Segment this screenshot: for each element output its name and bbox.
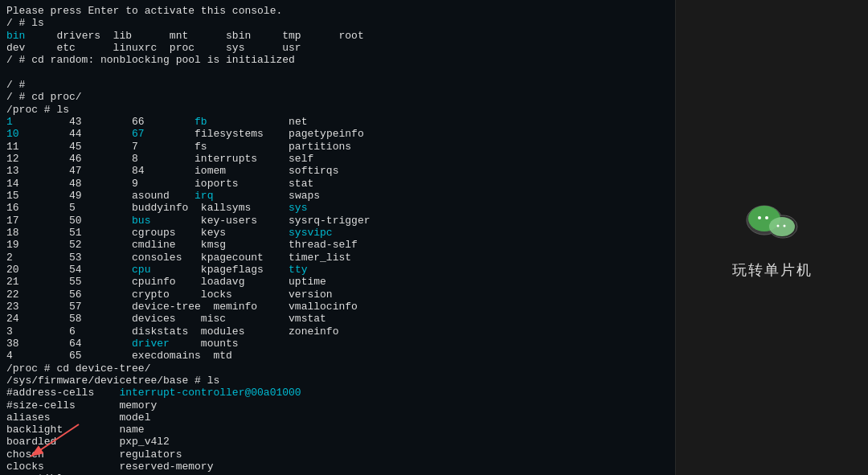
line-24: 24 58 devices misc vmstat: [6, 313, 669, 325]
line-3: 3 6 diskstats modules zoneinfo: [6, 326, 669, 338]
wechat-label: 玩转单片机: [732, 260, 813, 280]
line-16: 16 5 buddyinfo kallsyms sys: [6, 202, 669, 214]
line-4: 4 65 execdomains mtd: [6, 350, 669, 362]
line-cd-dt: /proc # cd device-tree/: [6, 362, 669, 375]
line-dev: dev etc linuxrc proc sys usr: [6, 42, 669, 54]
wechat-panel: 玩转单片机: [675, 0, 868, 475]
line-18: 18 51 cgroups keys sysvipc: [6, 227, 669, 239]
line-10: 10 44 67 filesystems pagetypeinfo: [6, 128, 669, 140]
svg-point-5: [769, 217, 795, 236]
line-22: 22 56 crypto locks version: [6, 289, 669, 301]
line-38: 38 64 driver mounts: [6, 338, 669, 350]
line-aliases: aliases model: [6, 412, 669, 424]
line-1: 1 43 66 fb net: [6, 116, 669, 128]
line-proc-ls: /proc # ls: [6, 104, 669, 116]
line-prompt: Please press Enter to activate this cons…: [6, 5, 669, 17]
line-cd-proc: / # cd proc/: [6, 91, 669, 103]
line-23: 23 57 device-tree meminfo vmallocinfo: [6, 301, 669, 313]
line-21: 21 55 cpuinfo loadavg uptime: [6, 276, 669, 288]
line-boardled: boardled pxp_v4l2: [6, 436, 669, 448]
line-17: 17 50 bus key-users sysrq-trigger: [6, 215, 669, 227]
line-bin: bin drivers lib mnt sbin tmp root: [6, 30, 669, 42]
line-clocks: clocks reserved-memory: [6, 461, 669, 473]
line-cd-random: / # cd random: nonblocking pool is initi…: [6, 54, 669, 66]
line-ls: / # ls: [6, 17, 669, 29]
line-addr-cells: #address-cells interrupt-controller@00a0…: [6, 387, 669, 399]
line-19: 19 52 cmdline kmsg thread-self: [6, 239, 669, 251]
line-20: 20 54 cpu kpageflags tty: [6, 264, 669, 276]
line-13: 13 47 84 iomem softirqs: [6, 165, 669, 177]
svg-point-6: [758, 216, 761, 219]
line-chosen: chosen regulators: [6, 448, 669, 461]
terminal: Please press Enter to activate this cons…: [0, 0, 675, 475]
wechat-icon: [744, 196, 800, 252]
line-empty1: [6, 67, 669, 79]
line-12: 12 46 8 interrupts self: [6, 153, 669, 165]
line-size-cells: #size-cells memory: [6, 399, 669, 412]
line-backlight: backlight name: [6, 424, 669, 436]
svg-point-7: [765, 216, 768, 219]
line-15: 15 49 asound irq swaps: [6, 190, 669, 202]
line-2: 2 53 consoles kpagecount timer_list: [6, 252, 669, 264]
line-dt-ls: /sys/firmware/devicetree/base # ls: [6, 375, 669, 387]
svg-point-9: [783, 224, 785, 227]
line-11: 11 45 7 fs partitions: [6, 141, 669, 153]
line-root: / #: [6, 79, 669, 91]
svg-point-8: [776, 224, 779, 227]
line-14: 14 48 9 ioports stat: [6, 178, 669, 190]
